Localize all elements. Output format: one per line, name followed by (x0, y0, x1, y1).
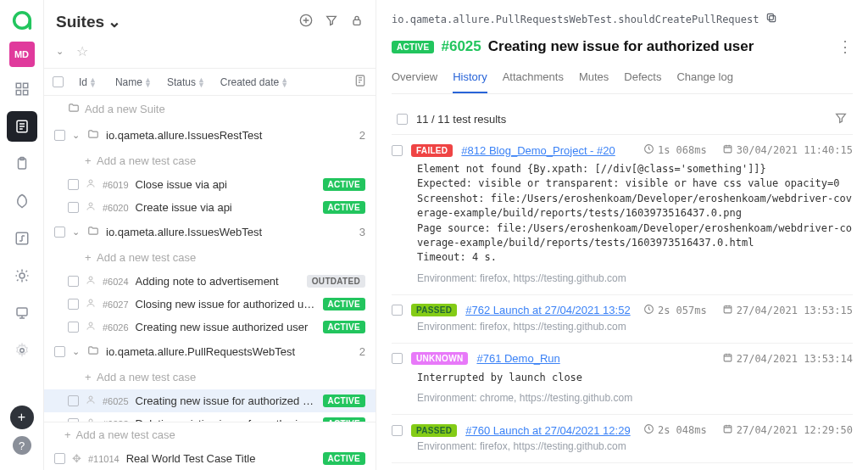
calendar-icon (722, 423, 733, 437)
row-checkbox[interactable] (392, 353, 403, 364)
tab-overview[interactable]: Overview (392, 65, 437, 93)
logo[interactable] (10, 8, 34, 35)
nav-launches[interactable] (7, 186, 37, 216)
footer-add-testcase[interactable]: + Add a new test case (44, 422, 376, 447)
row-checkbox[interactable] (392, 145, 403, 156)
add-testcase-row[interactable]: + Add a new test case (44, 365, 376, 389)
add-testcase-row[interactable]: + Add a new test case (44, 148, 376, 173)
test-row[interactable]: #6026 Creating new issue authorized user… (44, 316, 376, 339)
row-checkbox[interactable] (68, 395, 79, 406)
breadcrumb: io.qameta.allure.PullRequestsWebTest.sho… (392, 14, 759, 25)
row-checkbox[interactable] (68, 179, 79, 190)
rail-help-button[interactable]: ? (13, 436, 31, 455)
run-link[interactable]: #762 Launch at 27/04/2021 13:52 (465, 304, 630, 316)
col-created[interactable]: Created date▲▼ (220, 76, 288, 88)
test-row[interactable]: #6025 Creating new issue for authorized … (44, 389, 376, 412)
col-id[interactable]: Id▲▼ (79, 76, 97, 88)
nav-settings[interactable] (7, 335, 37, 366)
select-all-checkbox[interactable] (53, 76, 64, 87)
caret-down-icon[interactable]: ⌄ (72, 130, 81, 141)
svg-rect-23 (768, 14, 774, 20)
svg-rect-4 (23, 91, 27, 95)
suite-header[interactable]: ⌄ io.qameta.allure.IssuesWebTest 3 (44, 219, 376, 245)
tab-attachments[interactable]: Attachments (503, 65, 564, 93)
tab-change log[interactable]: Change log (676, 65, 733, 93)
filter-icon[interactable] (834, 111, 848, 127)
tab-mutes[interactable]: Mutes (579, 65, 609, 93)
add-icon[interactable] (299, 14, 313, 30)
pinned-test-row[interactable]: ✥ #11014 Real World Test Case Title ACTI… (44, 447, 376, 470)
timestamp: 27/04/2021 13:53:14 (722, 352, 853, 366)
clock-icon (643, 143, 654, 157)
svg-point-16 (89, 203, 92, 206)
tab-defects[interactable]: Defects (624, 65, 661, 93)
svg-rect-28 (724, 354, 732, 361)
test-row[interactable]: #6023 Deleting existing issue for author… (44, 412, 376, 422)
star-icon[interactable]: ☆ (76, 43, 88, 59)
caret-down-icon[interactable]: ⌄ (72, 227, 81, 238)
row-checkbox[interactable] (68, 276, 79, 287)
suite-header[interactable]: ⌄ io.qameta.allure.IssuesRestTest 2 (44, 122, 376, 148)
rail-add-button[interactable]: + (10, 406, 34, 429)
run-link[interactable]: #760 Launch at 27/04/2021 12:29 (465, 424, 630, 437)
test-row[interactable]: #6020 Create issue via api ACTIVE (44, 196, 376, 219)
filter-icon[interactable] (325, 14, 338, 30)
nav-defects[interactable] (7, 260, 37, 291)
nav-analytics[interactable] (7, 223, 37, 254)
export-icon[interactable] (353, 74, 367, 90)
column-headers: Id▲▼ Name▲▼ Status▲▼ Created date▲▼ (44, 68, 376, 96)
nav-jobs[interactable] (7, 298, 37, 328)
lock-icon[interactable] (350, 14, 364, 30)
folder-icon (87, 225, 99, 239)
svg-point-15 (89, 180, 92, 183)
test-row[interactable]: #6019 Close issue via api ACTIVE (44, 173, 376, 196)
add-suite-row[interactable]: Add a new Suite (44, 96, 376, 122)
runs-list: FAILED #812 Blog_Demo_Project - #20 1s 0… (392, 135, 853, 470)
run-link[interactable]: #812 Blog_Demo_Project - #20 (461, 144, 615, 157)
test-row[interactable]: #6024 Adding note to advertisement OUTDA… (44, 270, 376, 293)
add-testcase-row[interactable]: + Add a new test case (44, 245, 376, 270)
suite-header[interactable]: ⌄ io.qameta.allure.PullRequestsWebTest 2 (44, 339, 376, 365)
caret-down-icon[interactable]: ⌄ (72, 346, 81, 357)
person-icon (86, 394, 96, 407)
col-status[interactable]: Status▲▼ (167, 76, 205, 88)
nav-tests[interactable] (7, 111, 37, 142)
nav-clipboard[interactable] (7, 148, 37, 179)
tab-history[interactable]: History (453, 65, 487, 93)
person-icon (86, 298, 96, 311)
row-checkbox[interactable] (54, 130, 65, 141)
row-checkbox[interactable] (54, 346, 65, 357)
duration: 2s 048ms (643, 423, 707, 437)
svg-point-20 (89, 396, 92, 400)
test-title: Real World Test Case Title (126, 452, 316, 465)
run-environment: Environment: firefox, https://testing.gi… (392, 317, 853, 333)
select-all-results-checkbox[interactable] (397, 114, 408, 125)
svg-point-0 (14, 13, 30, 29)
detail-panel: io.qameta.allure.PullRequestsWebTest.sho… (376, 0, 868, 470)
row-checkbox[interactable] (54, 227, 65, 238)
avatar[interactable]: MD (9, 42, 35, 67)
nav-dashboard[interactable] (7, 74, 37, 104)
row-checkbox[interactable] (68, 202, 79, 213)
collapse-all-icon[interactable]: ⌄ (56, 46, 64, 57)
test-title: Create issue via api (136, 201, 316, 214)
row-checkbox[interactable] (54, 453, 65, 464)
row-checkbox[interactable] (392, 305, 403, 316)
col-name[interactable]: Name▲▼ (115, 76, 152, 88)
copy-icon[interactable] (765, 12, 777, 26)
row-checkbox[interactable] (68, 322, 79, 333)
status-badge: UNKNOWN (411, 352, 468, 365)
person-icon (86, 201, 96, 214)
row-checkbox[interactable] (392, 425, 403, 436)
suite-name: io.qameta.allure.IssuesRestTest (106, 129, 262, 142)
run-link[interactable]: #761 Demo_Run (476, 352, 559, 365)
calendar-icon (722, 143, 733, 157)
folder-icon (68, 102, 80, 116)
row-checkbox[interactable] (68, 299, 79, 310)
tab-bar: OverviewHistoryAttachmentsMutesDefectsCh… (392, 65, 853, 94)
chevron-down-icon: ⌄ (108, 12, 121, 31)
more-icon[interactable]: ⋮ (837, 39, 853, 54)
test-row[interactable]: #6027 Closing new issue for authorized u… (44, 293, 376, 316)
status-badge: PASSED (411, 424, 457, 437)
tree-title[interactable]: Suites⌄ (56, 12, 121, 31)
